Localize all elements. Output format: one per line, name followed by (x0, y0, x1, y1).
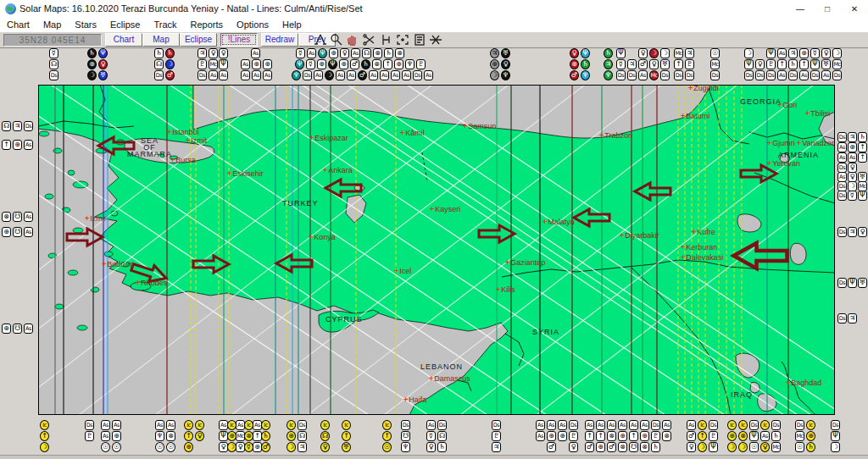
astro-badge: As (837, 152, 847, 163)
astro-badge: ♄ (581, 59, 590, 69)
astro-badge: Ψ (318, 48, 327, 58)
region-label-syria: SYRIA (532, 329, 559, 335)
maximize-button[interactable]: □ (814, 0, 841, 17)
tool-crosshair-icon[interactable] (395, 32, 411, 47)
astro-badge: Mc (771, 442, 781, 452)
astro-badge: ♃ (848, 227, 857, 237)
toolbar-button-eclipse[interactable]: Eclipse (180, 33, 217, 47)
astro-badge: Ic (698, 420, 707, 430)
city-marker: + (767, 159, 771, 168)
astro-badge: ♂ (165, 70, 175, 80)
astro-badge: Ic (342, 420, 351, 430)
city-label-rhodes: +Rhodes (136, 279, 167, 287)
astro-badge: ⊗ (607, 431, 616, 441)
astro-badge: ☊ (320, 431, 330, 441)
close-button[interactable]: ✕ (841, 0, 868, 17)
tool-divider-icon[interactable] (312, 32, 328, 47)
astro-badge: Ψ (831, 431, 840, 441)
menu-item-stars[interactable]: Stars (68, 17, 103, 31)
astro-badge: ♂ (358, 70, 367, 80)
astro-badge: As (799, 70, 809, 80)
island (68, 270, 78, 275)
astro-badge: ♀ (501, 59, 510, 69)
menu-item-help[interactable]: Help (275, 17, 309, 31)
astro-badge: ♀ (821, 48, 831, 58)
astro-badge: ☿ (810, 48, 820, 58)
astro-badge: ⊕ (806, 431, 815, 441)
city-label-samsun: +Samsun (463, 123, 496, 130)
astro-badge: ♇ (685, 59, 694, 69)
city-marker: + (429, 374, 433, 383)
astro-badge: ↑ (698, 431, 707, 441)
astro-badge: As (618, 420, 627, 430)
tool-zoom-icon[interactable] (329, 32, 345, 47)
menu-item-eclipse[interactable]: Eclipse (103, 17, 147, 31)
city-label-kayseri: +Kayseri (430, 206, 460, 213)
city-label-malatya: +Malatya (542, 218, 575, 226)
astro-badge: ♀ (569, 442, 578, 452)
astro-badge: ♀ (760, 442, 770, 452)
tool-report-icon[interactable] (411, 32, 427, 47)
tool-clamp-icon[interactable] (378, 32, 394, 47)
tool-scissors-icon[interactable] (362, 32, 378, 47)
astro-badge: As (219, 70, 228, 80)
astro-badge: Ds (837, 132, 847, 142)
astro-badge: ⊗ (738, 431, 748, 441)
city-label-konya: +Konya (309, 234, 336, 241)
astro-badge: ♀ (638, 48, 648, 58)
astro-badge: Ψ (616, 48, 626, 58)
toolbar-button-lines[interactable]: !Lines (220, 33, 258, 47)
menu-item-chart[interactable]: Chart (0, 17, 36, 31)
astro-badge: Mc (795, 431, 804, 441)
astro-badge: Ψ (219, 59, 228, 69)
astro-badge: ↑ (858, 142, 867, 152)
astro-badge: ♀ (340, 48, 349, 58)
menu-item-track[interactable]: Track (147, 17, 183, 31)
astro-badge: As (314, 70, 323, 80)
toolbar-button-map[interactable]: Map (142, 33, 180, 47)
toolbar-button-redraw[interactable]: Redraw (261, 33, 298, 47)
region-label-armenia: ARMENIA (778, 152, 819, 158)
astro-badge: ♇ (416, 59, 426, 69)
astro-badge: Ψ (766, 48, 776, 58)
astro-badge: ☊ (2, 121, 11, 131)
solar-maps-window: Solar Maps: 16.10.2020 Terazi Burcunda Y… (0, 0, 868, 459)
menu-item-reports[interactable]: Reports (184, 17, 231, 31)
toolbar-button-chart[interactable]: Chart (105, 33, 142, 47)
menu-item-options[interactable]: Options (230, 17, 275, 31)
astro-badge: ♀ (320, 442, 330, 452)
astro-badge: ♂ (638, 59, 648, 69)
window-controls: — □ ✕ (787, 0, 868, 17)
astro-badge: ♇ (492, 431, 501, 441)
city-marker: + (542, 218, 547, 226)
astro-badge: ♃ (627, 59, 637, 69)
astro-badge: ♃ (13, 121, 22, 131)
astro-badge: ⊕ (13, 140, 22, 150)
astro-badge: Ic (261, 420, 270, 430)
astro-badge: Ic (287, 420, 296, 430)
astro-badge: ♃ (788, 48, 798, 58)
astro-badge: Ds (685, 70, 694, 80)
tool-hand-icon[interactable] (345, 32, 361, 47)
astro-badge: ♂ (547, 442, 556, 452)
city-marker: + (777, 101, 782, 109)
astro-badge: ☊ (437, 431, 447, 441)
astro-badge: ☽ (832, 48, 842, 58)
astro-badge: As (241, 59, 250, 69)
astro-badge: Ds (616, 70, 626, 80)
astro-badge: ☿ (848, 191, 857, 201)
astro-badge: ♃ (492, 442, 501, 452)
astro-badge: Ds (771, 420, 781, 430)
astro-badge: ♆ (401, 442, 410, 452)
city-label-batumi: +Batumi (681, 113, 709, 120)
menu-item-map[interactable]: Map (36, 17, 68, 31)
tool-star-icon[interactable] (428, 32, 444, 47)
astro-badge: ↑ (585, 431, 594, 441)
minimize-button[interactable]: — (787, 0, 814, 17)
astro-badge: ♄ (154, 48, 164, 58)
city-label-icel: +Icel (394, 268, 411, 275)
astro-badge: ♄ (771, 431, 781, 441)
astro-badge: Ds (24, 121, 33, 131)
city-label-gaziantep: +Gaziantep (505, 259, 545, 267)
astro-badge: As (777, 70, 787, 80)
